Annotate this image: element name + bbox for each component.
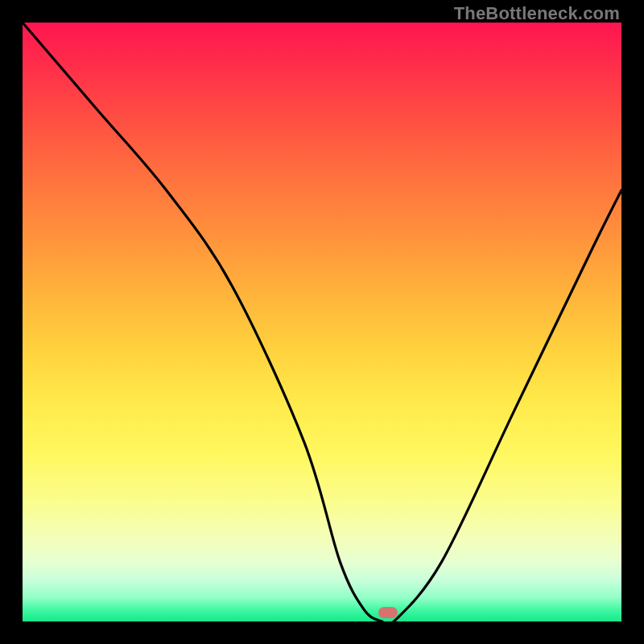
chart-frame: TheBottleneck.com — [0, 0, 644, 644]
watermark-text: TheBottleneck.com — [454, 3, 620, 24]
optimal-point-marker — [378, 607, 398, 618]
bottleneck-curve — [23, 23, 621, 621]
plot-area — [23, 23, 621, 621]
